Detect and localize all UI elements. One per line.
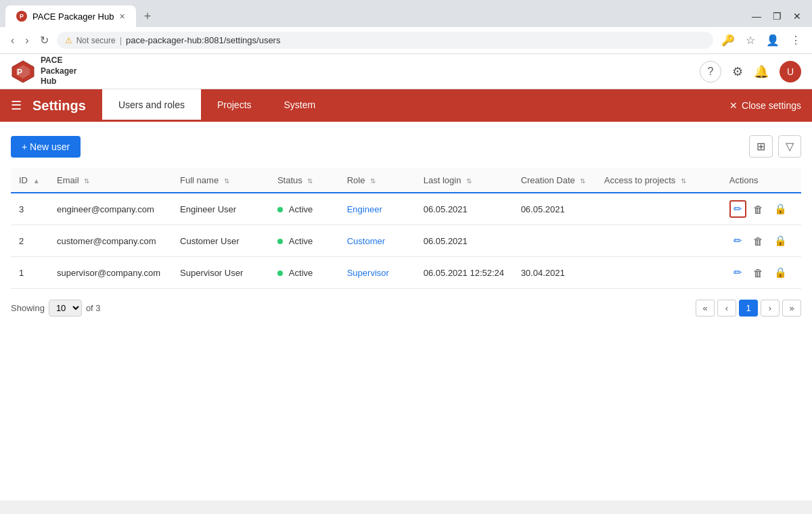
cell-actions: ✏ 🗑 🔒 — [721, 193, 801, 225]
cell-access — [596, 225, 721, 257]
tab-users-and-roles[interactable]: Users and roles — [102, 89, 201, 122]
filter-button[interactable]: ▽ — [778, 135, 801, 158]
pagination-area: Showing 10 20 50 of 3 « ‹ 1 › » — [11, 289, 801, 322]
toolbar: + New user ⊞ ▽ — [11, 135, 801, 158]
help-button[interactable]: ? — [700, 61, 721, 83]
status-text: Active — [289, 268, 313, 278]
cell-id: 2 — [11, 225, 49, 257]
col-header-creation[interactable]: Creation Date ⇅ — [513, 168, 596, 193]
cell-email: customer@company.com — [49, 225, 172, 257]
password-manager-icon[interactable]: 🔑 — [719, 31, 738, 49]
tab-title: PACE Packager Hub — [32, 11, 114, 22]
lock-button[interactable]: 🔒 — [770, 232, 791, 250]
col-header-access[interactable]: Access to projects ⇅ — [596, 168, 721, 193]
logo-text: PACE Packager Hub — [41, 55, 76, 87]
per-page-select[interactable]: 10 20 50 — [49, 300, 82, 317]
cell-id: 1 — [11, 257, 49, 289]
bookmark-icon[interactable]: ☆ — [743, 31, 758, 49]
col-header-lastlogin[interactable]: Last login ⇅ — [415, 168, 513, 193]
status-text: Active — [289, 204, 313, 214]
cell-role: Customer — [339, 225, 415, 257]
notification-button[interactable]: 🔔 — [754, 64, 769, 79]
col-header-id[interactable]: ID ▲ — [11, 168, 49, 193]
prev-page-button[interactable]: ‹ — [717, 300, 736, 317]
cell-id: 3 — [11, 193, 49, 225]
cell-actions: ✏ 🗑 🔒 — [721, 257, 801, 289]
col-header-status[interactable]: Status ⇅ — [269, 168, 339, 193]
app-header: P PACE Packager Hub ? ⚙ 🔔 U — [0, 54, 812, 89]
status-indicator — [277, 239, 283, 244]
columns-button[interactable]: ⊞ — [749, 135, 773, 158]
users-table: ID ▲ Email ⇅ Full name ⇅ Status ⇅ Role — [11, 168, 801, 289]
logo-svg: P — [11, 60, 35, 84]
svg-text:P: P — [17, 68, 22, 77]
cell-access — [596, 257, 721, 289]
close-tab-btn[interactable]: × — [119, 11, 125, 22]
cell-email: engineer@company.com — [49, 193, 172, 225]
last-page-button[interactable]: » — [782, 300, 801, 317]
close-settings-button[interactable]: ✕ Close settings — [729, 100, 801, 111]
table-header-row: ID ▲ Email ⇅ Full name ⇅ Status ⇅ Role — [11, 168, 801, 193]
url-bar[interactable]: ⚠ Not secure | pace-packager-hub:8081/se… — [57, 32, 713, 49]
cell-lastlogin: 06.05.2021 12:52:24 — [415, 257, 513, 289]
first-page-button[interactable]: « — [696, 300, 715, 317]
col-header-email[interactable]: Email ⇅ — [49, 168, 172, 193]
back-button[interactable]: ‹ — [8, 32, 17, 49]
sort-icon-status: ⇅ — [307, 177, 313, 185]
role-link[interactable]: Customer — [347, 236, 385, 246]
url-text: pace-packager-hub:8081/settings/users — [126, 35, 280, 45]
browser-tab[interactable]: P PACE Packager Hub × — [5, 5, 136, 27]
role-link[interactable]: Supervisor — [347, 268, 389, 278]
filter-icon: ▽ — [786, 141, 794, 152]
showing-label: Showing 10 20 50 of 3 — [11, 300, 101, 317]
sort-icon-email: ⇅ — [84, 177, 89, 185]
cell-actions: ✏ 🗑 🔒 — [721, 225, 801, 257]
profile-icon[interactable]: 👤 — [763, 31, 782, 49]
new-user-button[interactable]: + New user — [11, 136, 81, 158]
delete-button[interactable]: 🗑 — [749, 233, 767, 250]
settings-button[interactable]: ⚙ — [732, 64, 743, 79]
delete-button[interactable]: 🗑 — [749, 201, 767, 218]
hamburger-menu-button[interactable]: ☰ — [11, 98, 22, 113]
edit-button[interactable]: ✏ — [729, 200, 746, 218]
new-tab-button[interactable]: + — [139, 7, 157, 26]
not-secure-label: Not secure — [76, 36, 116, 45]
maximize-button[interactable]: ❐ — [767, 7, 786, 26]
col-header-role[interactable]: Role ⇅ — [339, 168, 415, 193]
sort-icon-role: ⇅ — [370, 177, 376, 185]
minimize-button[interactable]: — — [747, 7, 766, 26]
sort-icon-lastlogin: ⇅ — [466, 177, 472, 185]
role-link[interactable]: Engineer — [347, 204, 382, 214]
next-page-button[interactable]: › — [761, 300, 780, 317]
cell-fullname: Customer User — [172, 225, 269, 257]
cell-lastlogin: 06.05.2021 — [415, 225, 513, 257]
menu-icon[interactable]: ⋮ — [788, 31, 804, 49]
col-header-fullname[interactable]: Full name ⇅ — [172, 168, 269, 193]
tab-projects[interactable]: Projects — [201, 89, 268, 122]
lock-button[interactable]: 🔒 — [770, 264, 791, 281]
cell-role: Engineer — [339, 193, 415, 225]
page-1-button[interactable]: 1 — [739, 300, 758, 317]
cell-creation — [513, 225, 596, 257]
status-indicator — [277, 207, 283, 212]
cell-lastlogin: 06.05.2021 — [415, 193, 513, 225]
sort-icon-fullname: ⇅ — [224, 177, 229, 185]
tab-system[interactable]: System — [268, 89, 332, 122]
sort-icon-id: ▲ — [33, 177, 40, 185]
browser-action-icons: 🔑 ☆ 👤 ⋮ — [719, 31, 804, 49]
settings-tabs: Users and roles Projects System — [102, 89, 332, 122]
lock-button[interactable]: 🔒 — [770, 200, 791, 218]
close-window-button[interactable]: ✕ — [788, 7, 807, 26]
edit-button[interactable]: ✏ — [729, 264, 746, 281]
cell-email: supervisor@company.com — [49, 257, 172, 289]
window-controls: — ❐ ✕ — [747, 7, 807, 26]
delete-button[interactable]: 🗑 — [749, 264, 767, 281]
cell-status: Active — [269, 225, 339, 257]
security-warning-icon: ⚠ — [65, 36, 72, 45]
avatar[interactable]: U — [780, 61, 801, 83]
forward-button[interactable]: › — [22, 32, 31, 49]
reload-button[interactable]: ↻ — [37, 31, 51, 49]
edit-button[interactable]: ✏ — [729, 232, 746, 250]
cell-access — [596, 193, 721, 225]
sort-icon-access: ⇅ — [681, 177, 686, 185]
